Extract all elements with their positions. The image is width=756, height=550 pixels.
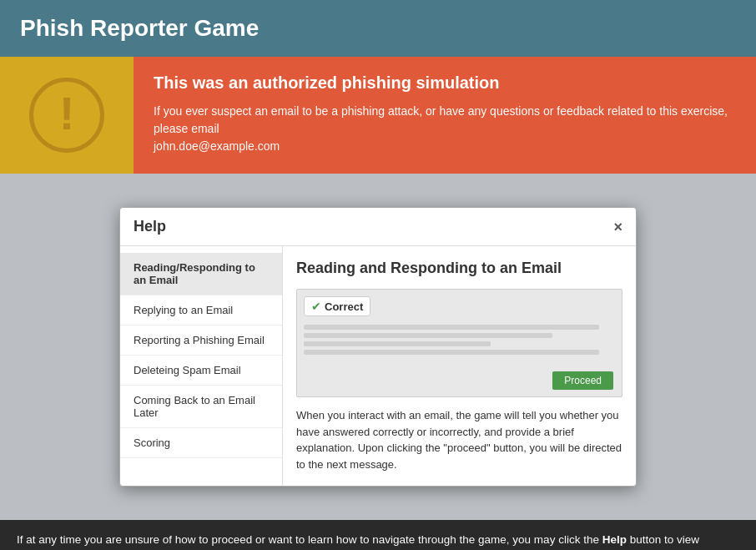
email-preview-inner: ✔ Correct [297,290,622,365]
correct-badge-text: Correct [325,300,363,313]
modal-close-button[interactable]: × [613,219,622,235]
proceed-button[interactable]: Proceed [552,371,613,390]
modal-title: Help [134,218,166,235]
content-title: Reading and Responding to an Email [296,260,622,277]
sidebar-item-scoring[interactable]: Scoring [120,428,282,458]
sidebar-item-deleting[interactable]: Deleteing Spam Email [120,356,282,386]
sidebar-item-replying[interactable]: Replying to an Email [120,295,282,325]
alert-heading: This was an authorized phishing simulati… [154,73,736,93]
modal-content: Reading and Responding to an Email ✔ Cor… [283,246,636,486]
modal-body: Reading/Responding to an Email Replying … [120,246,636,486]
alert-icon-circle: ! [29,78,104,153]
info-bar: If at any time you are unsure of how to … [0,520,756,550]
correct-badge: ✔ Correct [304,296,370,316]
email-line-3 [304,341,491,346]
alert-email-link[interactable]: john.doe@example.com [154,139,280,153]
sidebar-item-reporting[interactable]: Reporting a Phishing Email [120,325,282,356]
page-header: Phish Reporter Game [0,0,756,57]
email-line-4 [304,350,599,355]
email-preview: ✔ Correct Proceed [296,289,622,397]
info-text-before: If at any time you are unsure of how to … [17,533,602,546]
modal-header: Help × [120,208,636,246]
content-description: When you interact with an email, the gam… [296,407,622,472]
email-line-2 [304,333,552,338]
info-help-word: Help [602,533,627,546]
alert-content: This was an authorized phishing simulati… [134,57,756,174]
page-title: Phish Reporter Game [20,15,736,42]
exclamation-icon: ! [59,90,75,137]
help-modal: Help × Reading/Responding to an Email Re… [119,207,637,487]
email-line-1 [304,325,599,330]
alert-banner: ! This was an authorized phishing simula… [0,57,756,174]
modal-sidebar: Reading/Responding to an Email Replying … [120,246,283,486]
alert-icon-area: ! [0,57,134,174]
modal-overlay: Help × Reading/Responding to an Email Re… [17,190,739,503]
alert-body: If you ever suspect an email to be a phi… [154,103,736,155]
sidebar-item-coming-back[interactable]: Coming Back to an Email Later [120,386,282,428]
sidebar-item-reading[interactable]: Reading/Responding to an Email [120,253,282,295]
main-area: Help × Reading/Responding to an Email Re… [0,174,756,520]
checkmark-icon: ✔ [311,300,321,313]
